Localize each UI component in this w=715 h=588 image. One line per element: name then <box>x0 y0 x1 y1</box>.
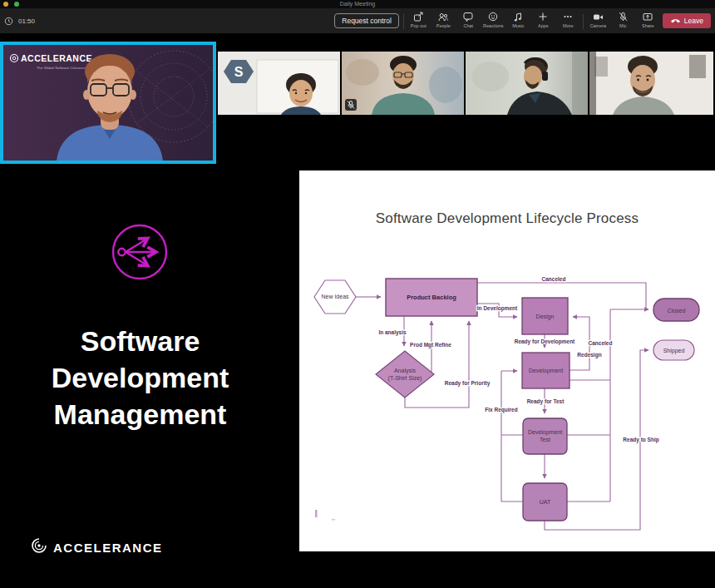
edge-label-in-development: In Development <box>477 305 518 312</box>
node-shipped: Shipped <box>653 340 694 360</box>
edge-label-in-analysis: In analysis <box>378 329 407 336</box>
node-uat: UAT <box>523 483 567 521</box>
apps-icon <box>538 12 548 22</box>
meeting-timer: 01:50 <box>4 8 35 33</box>
branch-icon <box>110 222 170 285</box>
node-closed: Closed <box>653 299 699 321</box>
leave-label: Leave <box>684 17 703 25</box>
svg-text:Product Backlog: Product Backlog <box>407 294 456 301</box>
svg-text:Shipped: Shipped <box>663 348 685 354</box>
heading-line-2: Development <box>0 359 280 396</box>
hexagon-letter: S <box>234 65 244 79</box>
node-development: Development <box>522 353 570 388</box>
participant-2-avatar <box>257 60 338 115</box>
camera-icon <box>593 12 604 22</box>
leave-button[interactable]: Leave <box>663 13 711 28</box>
accelerance-footer-logo: ACCELERANCE <box>30 536 163 558</box>
video-tile-participant-5[interactable] <box>589 52 713 115</box>
video-tile-participant-2[interactable]: S <box>218 52 340 115</box>
lifecycle-flowchart: New Ideas Product Backlog Analysis (T-Sh… <box>299 170 715 551</box>
heading-line-1: Software <box>0 323 280 359</box>
node-analysis: Analysis (T-Shirt Size) <box>376 351 434 398</box>
edge-label-ready-for-test: Ready for Test <box>527 398 565 405</box>
more-button[interactable]: More <box>558 11 579 28</box>
node-new-ideas: New Ideas <box>314 280 356 314</box>
svg-text:Analysis: Analysis <box>394 368 417 374</box>
window-titlebar: Daily Meeting <box>0 0 715 8</box>
shared-slide: Software Development Lifecycle Process <box>299 170 715 551</box>
spiral-logo-icon <box>30 536 48 558</box>
muted-mic-badge <box>345 99 357 111</box>
more-icon <box>563 12 573 22</box>
chat-icon <box>463 12 473 22</box>
window-title: Daily Meeting <box>0 0 715 8</box>
camera-button[interactable]: Camera <box>588 11 609 28</box>
node-design: Design <box>522 298 568 334</box>
toolbar-separator <box>403 14 404 29</box>
toolbar-separator <box>583 14 584 29</box>
leave-phone-icon <box>670 17 681 25</box>
svg-text:Development: Development <box>528 429 562 436</box>
music-button[interactable]: Music <box>508 11 529 28</box>
chat-button[interactable]: Chat <box>458 11 479 28</box>
speaker-brand-text: ACCELERANCE <box>21 53 92 63</box>
meeting-toolbar: 01:50 Request control Pop out People <box>0 8 715 33</box>
timer-text: 01:50 <box>18 17 35 25</box>
pop-out-button[interactable]: Pop out <box>408 11 429 28</box>
edge-label-prod-mgt-refine: Prod Mgt Refine <box>410 342 451 348</box>
node-product-backlog: Product Backlog <box>386 279 477 316</box>
mic-muted-button[interactable]: Mic <box>613 11 634 28</box>
edge-label-ready-for-development: Ready for Development <box>515 338 575 345</box>
video-tile-participant-3[interactable] <box>342 52 464 115</box>
reactions-button[interactable]: Reactions <box>483 11 504 28</box>
footer-brand-text: ACCELERANCE <box>53 541 163 555</box>
mic-muted-icon <box>618 12 628 22</box>
svg-text:Design: Design <box>536 314 555 320</box>
meeting-stage: ACCELERANCE The Global Software Outsourc… <box>0 33 715 588</box>
reactions-icon <box>488 12 498 22</box>
svg-text:Development: Development <box>529 368 563 374</box>
svg-text:New Ideas: New Ideas <box>321 294 349 299</box>
share-icon <box>643 12 653 22</box>
toolbar-controls: Request control Pop out People <box>334 11 711 29</box>
people-icon <box>438 12 448 22</box>
apps-button[interactable]: Apps <box>533 11 554 28</box>
text-cursor-artifact <box>315 510 318 517</box>
pop-out-icon <box>413 12 423 22</box>
people-button[interactable]: People <box>433 11 454 28</box>
share-button[interactable]: Share <box>638 11 658 28</box>
meeting-window: Daily Meeting 01:50 Request control Pop … <box>0 0 715 588</box>
node-development-test: Development Test <box>523 418 567 454</box>
svg-text:UAT: UAT <box>540 499 551 505</box>
heading-line-3: Management <box>0 396 280 432</box>
edge-label-redesign: Redesign <box>577 352 601 358</box>
svg-text:Test: Test <box>540 437 550 442</box>
dash-artifact <box>332 519 335 521</box>
edge-label-canceled-mid: Canceled <box>589 340 613 346</box>
share-slide-heading: Software Development Management <box>0 323 280 432</box>
request-control-button[interactable]: Request control <box>334 13 399 28</box>
edge-label-ready-to-ship: Ready to Ship <box>623 437 658 443</box>
svg-text:Closed: Closed <box>668 308 686 314</box>
edge-label-ready-for-priority: Ready for Priority <box>445 380 491 387</box>
edge-label-canceled-top: Canceled <box>542 276 566 282</box>
video-tile-participant-4[interactable] <box>466 52 588 115</box>
music-icon <box>513 12 523 22</box>
svg-text:(T-Shirt Size): (T-Shirt Size) <box>388 375 422 382</box>
timer-icon <box>4 17 13 26</box>
edge-label-fix-required: Fix Required <box>485 407 517 413</box>
video-tile-speaker[interactable]: ACCELERANCE The Global Software Outsourc… <box>0 42 216 164</box>
